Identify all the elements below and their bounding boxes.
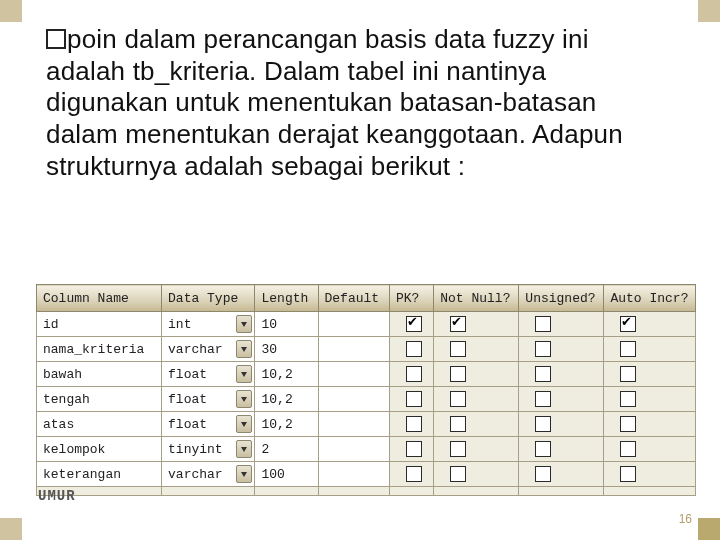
cell-length[interactable]: 100 — [255, 462, 318, 487]
dropdown-arrow-icon[interactable] — [236, 415, 252, 433]
cell-default[interactable] — [318, 437, 389, 462]
checkbox-icon[interactable] — [620, 416, 636, 432]
cell-autoincr — [604, 412, 696, 437]
checkbox-icon[interactable] — [406, 341, 422, 357]
cell-length[interactable]: 2 — [255, 437, 318, 462]
checkbox-icon[interactable] — [535, 316, 551, 332]
dropdown-arrow-icon[interactable] — [236, 315, 252, 333]
cell-length[interactable]: 30 — [255, 337, 318, 362]
cell-unsigned — [519, 462, 604, 487]
table-header-row: Column Name Data Type Length Default PK?… — [37, 285, 696, 312]
checkbox-icon[interactable] — [406, 466, 422, 482]
dropdown-arrow-icon[interactable] — [236, 440, 252, 458]
col-header-datatype: Data Type — [162, 285, 255, 312]
checkbox-icon[interactable] — [535, 391, 551, 407]
checkbox-icon[interactable] — [535, 466, 551, 482]
checkbox-icon[interactable] — [406, 316, 422, 332]
cell-autoincr — [604, 437, 696, 462]
checkbox-icon[interactable] — [620, 341, 636, 357]
checkbox-icon[interactable] — [406, 441, 422, 457]
cell-default[interactable] — [318, 337, 389, 362]
cell-data-type[interactable]: varchar — [162, 337, 255, 362]
cell-default[interactable] — [318, 462, 389, 487]
checkbox-icon[interactable] — [620, 316, 636, 332]
page-number: 16 — [679, 512, 692, 526]
cell-column-name[interactable]: nama_kriteria — [37, 337, 162, 362]
col-header-unsigned: Unsigned? — [519, 285, 604, 312]
cell-unsigned — [519, 362, 604, 387]
cell-pk — [389, 312, 433, 337]
cell-length[interactable]: 10,2 — [255, 412, 318, 437]
cell-notnull — [434, 412, 519, 437]
cell-unsigned — [519, 412, 604, 437]
cell-default[interactable] — [318, 387, 389, 412]
dropdown-arrow-icon[interactable] — [236, 465, 252, 483]
schema-table: Column Name Data Type Length Default PK?… — [36, 284, 696, 496]
checkbox-icon[interactable] — [620, 366, 636, 382]
checkbox-icon[interactable] — [450, 441, 466, 457]
cell-length[interactable]: 10 — [255, 312, 318, 337]
cell-autoincr — [604, 387, 696, 412]
cell-column-name[interactable]: bawah — [37, 362, 162, 387]
cell-data-type[interactable]: int — [162, 312, 255, 337]
cell-autoincr — [604, 337, 696, 362]
checkbox-icon[interactable] — [535, 366, 551, 382]
checkbox-icon[interactable] — [450, 366, 466, 382]
cell-data-type[interactable]: float — [162, 412, 255, 437]
cell-default[interactable] — [318, 362, 389, 387]
checkbox-icon[interactable] — [406, 366, 422, 382]
dropdown-arrow-icon[interactable] — [236, 390, 252, 408]
checkbox-icon[interactable] — [620, 466, 636, 482]
cell-column-name[interactable]: atas — [37, 412, 162, 437]
cell-length[interactable]: 10,2 — [255, 362, 318, 387]
cell-column-name[interactable]: keterangan — [37, 462, 162, 487]
cell-pk — [389, 462, 433, 487]
cell-column-name[interactable]: tengah — [37, 387, 162, 412]
cell-default[interactable] — [318, 487, 389, 496]
cell-unsigned — [519, 387, 604, 412]
cell-pk — [389, 337, 433, 362]
cell-data-type[interactable]: float — [162, 387, 255, 412]
dropdown-arrow-icon[interactable] — [236, 340, 252, 358]
checkbox-icon[interactable] — [450, 341, 466, 357]
col-header-default: Default — [318, 285, 389, 312]
dropdown-arrow-icon[interactable] — [236, 365, 252, 383]
cell-default[interactable] — [318, 312, 389, 337]
cell-unsigned — [519, 312, 604, 337]
checkbox-icon[interactable] — [620, 441, 636, 457]
cell-data-type[interactable]: float — [162, 362, 255, 387]
footer-label: UMUR — [38, 488, 76, 504]
checkbox-icon[interactable] — [450, 316, 466, 332]
cell-notnull — [434, 337, 519, 362]
checkbox-icon[interactable] — [450, 391, 466, 407]
col-header-name: Column Name — [37, 285, 162, 312]
cell-notnull — [434, 462, 519, 487]
cell-column-name[interactable]: id — [37, 312, 162, 337]
checkbox-icon[interactable] — [535, 341, 551, 357]
table-row — [37, 487, 696, 496]
cell-data-type[interactable]: varchar — [162, 462, 255, 487]
checkbox-icon[interactable] — [450, 416, 466, 432]
cell-notnull — [434, 437, 519, 462]
checkbox-icon[interactable] — [406, 391, 422, 407]
checkbox-icon[interactable] — [620, 391, 636, 407]
table-row: atasfloat10,2 — [37, 412, 696, 437]
checkbox-icon[interactable] — [535, 416, 551, 432]
table-row: bawahfloat10,2 — [37, 362, 696, 387]
col-header-pk: PK? — [389, 285, 433, 312]
table-row: keteranganvarchar100 — [37, 462, 696, 487]
cell-column-name[interactable]: kelompok — [37, 437, 162, 462]
col-header-length: Length — [255, 285, 318, 312]
checkbox-icon[interactable] — [406, 416, 422, 432]
cell-pk — [389, 437, 433, 462]
cell-length[interactable] — [255, 487, 318, 496]
cell-pk — [389, 412, 433, 437]
col-header-autoincr: Auto Incr? — [604, 285, 696, 312]
cell-length[interactable]: 10,2 — [255, 387, 318, 412]
col-header-notnull: Not Null? — [434, 285, 519, 312]
checkbox-icon[interactable] — [450, 466, 466, 482]
checkbox-icon[interactable] — [535, 441, 551, 457]
cell-data-type[interactable]: tinyint — [162, 437, 255, 462]
cell-data-type[interactable] — [162, 487, 255, 496]
cell-default[interactable] — [318, 412, 389, 437]
